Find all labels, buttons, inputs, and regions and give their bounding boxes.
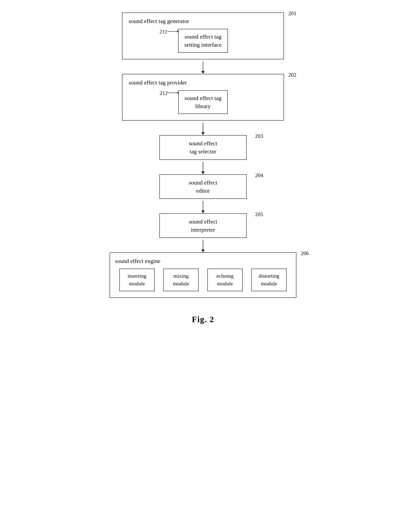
diagram: 201 sound effect tag generator sound eff… (109, 13, 297, 324)
tag-generator-title: sound effect tag generator (129, 17, 277, 25)
svg-marker-3 (201, 71, 205, 74)
arrow-2-3 (200, 121, 206, 135)
ref-201: 201 (288, 10, 297, 17)
svg-marker-11 (201, 210, 205, 213)
arrow-3-4 (200, 160, 206, 174)
mixing-module: mixingmodule (163, 269, 199, 291)
block-interpreter: sound effectinterpreter (160, 213, 246, 238)
block-editor: sound effecteditor (160, 174, 246, 199)
engine-title: sound effect engine (115, 258, 291, 265)
arrow-1-2 (200, 59, 206, 74)
block-tag-selector: sound effecttag selector (160, 135, 246, 160)
inserting-module: insertingmodule (119, 269, 155, 291)
block-tag-provider: sound effect tag provider sound effect t… (122, 74, 284, 121)
svg-marker-13 (201, 250, 205, 252)
ref-205: 205 (255, 211, 263, 217)
ref-212: 212 (160, 89, 168, 97)
svg-marker-7 (201, 132, 205, 135)
block-tag-generator: sound effect tag generator sound effect … (122, 13, 284, 59)
block-engine: sound effect engine insertingmodule mixi… (109, 252, 297, 298)
svg-marker-1 (177, 30, 179, 33)
distorting-module: distortingmodule (251, 269, 287, 291)
arrow-4-5 (200, 199, 206, 213)
tag-provider-title: sound effect tag provider (129, 79, 277, 86)
ref-211: 211 (160, 28, 167, 36)
ref-204: 204 (255, 172, 263, 179)
echoing-module: echoingmodule (207, 269, 243, 291)
svg-marker-5 (177, 92, 179, 94)
ref-202: 202 (288, 72, 297, 78)
ref-212-arrow (167, 90, 179, 95)
figure-caption: Fig. 2 (192, 315, 214, 324)
ref-203: 203 (255, 133, 263, 139)
svg-marker-9 (201, 172, 205, 174)
ref-206: 206 (301, 250, 309, 257)
arrow-5-6 (200, 238, 206, 252)
modules-row: insertingmodule mixingmodule echoingmodu… (115, 269, 291, 291)
tag-library-box: sound effect taglibrary (178, 90, 228, 114)
ref-211-arrow (167, 29, 179, 34)
tag-setting-interface-box: sound effect tagsetting interface (178, 29, 228, 52)
